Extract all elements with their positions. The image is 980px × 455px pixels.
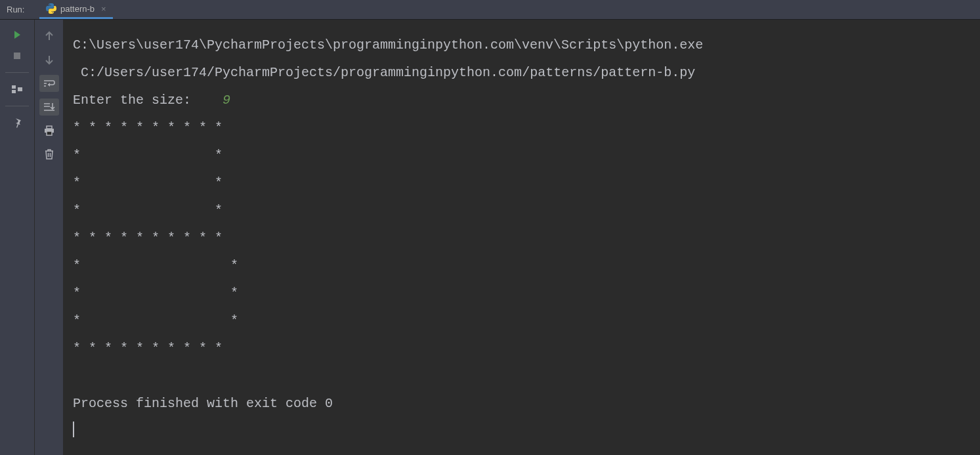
run-tab-active[interactable]: pattern-b × bbox=[39, 0, 113, 19]
run-second-gutter bbox=[35, 20, 64, 455]
scroll-up-button[interactable] bbox=[39, 28, 59, 45]
run-panel-label: Run: bbox=[0, 0, 39, 19]
console-pattern-line: * * bbox=[73, 148, 223, 163]
svg-rect-1 bbox=[12, 85, 16, 89]
svg-rect-0 bbox=[14, 53, 20, 59]
arrow-up-icon bbox=[45, 31, 54, 41]
console-script-path: C:/Users/user174/PycharmProjects/program… bbox=[81, 65, 695, 80]
console-exit-message: Process finished with exit code 0 bbox=[73, 396, 333, 411]
console-pattern-line: * * bbox=[73, 286, 238, 301]
svg-rect-2 bbox=[12, 90, 16, 93]
tab-label: pattern-b bbox=[60, 4, 95, 14]
python-file-icon bbox=[46, 3, 56, 14]
trash-icon bbox=[45, 149, 54, 160]
layout-button[interactable] bbox=[8, 82, 26, 97]
scroll-down-button[interactable] bbox=[39, 51, 59, 68]
soft-wrap-icon bbox=[43, 79, 55, 88]
layout-icon bbox=[12, 85, 22, 93]
console-prompt: Enter the size: bbox=[73, 93, 223, 108]
svg-rect-3 bbox=[18, 87, 22, 91]
run-panel-body: C:\Users\user174\PycharmProjects\program… bbox=[0, 20, 980, 455]
console-user-input: 9 bbox=[223, 93, 230, 108]
scroll-to-end-icon bbox=[43, 102, 55, 112]
run-left-gutter bbox=[0, 20, 35, 455]
scroll-to-end-button[interactable] bbox=[39, 98, 59, 116]
print-button[interactable] bbox=[39, 122, 59, 139]
console-pattern-line: * * * * * * * * * * bbox=[73, 120, 223, 135]
close-tab-icon[interactable]: × bbox=[101, 4, 106, 14]
gutter-separator bbox=[5, 106, 29, 106]
console-pattern-line: * * bbox=[73, 313, 238, 328]
pin-icon bbox=[12, 118, 22, 128]
print-icon bbox=[44, 125, 54, 136]
soft-wrap-button[interactable] bbox=[39, 75, 59, 92]
arrow-down-icon bbox=[45, 54, 54, 65]
console-cmd-line: C:\Users\user174\PycharmProjects\program… bbox=[73, 37, 703, 53]
text-cursor bbox=[73, 422, 74, 437]
stop-button[interactable] bbox=[8, 49, 26, 63]
svg-rect-4 bbox=[47, 126, 52, 129]
console-pattern-line: * * * * * * * * * * bbox=[73, 230, 223, 246]
stop-icon bbox=[13, 52, 21, 60]
clear-button[interactable] bbox=[39, 146, 59, 163]
pin-button[interactable] bbox=[8, 116, 26, 130]
console-pattern-line: * * bbox=[73, 203, 223, 218]
run-tabbar: Run: pattern-b × bbox=[0, 0, 980, 20]
console-pattern-line: * * bbox=[73, 175, 223, 190]
gutter-separator bbox=[5, 72, 29, 73]
rerun-button[interactable] bbox=[8, 28, 26, 42]
svg-rect-6 bbox=[47, 131, 52, 135]
console-output[interactable]: C:\Users\user174\PycharmProjects\program… bbox=[64, 20, 980, 455]
console-pattern-line: * * bbox=[73, 258, 238, 273]
console-pattern-line: * * * * * * * * * * bbox=[73, 341, 223, 356]
play-icon bbox=[12, 30, 22, 39]
